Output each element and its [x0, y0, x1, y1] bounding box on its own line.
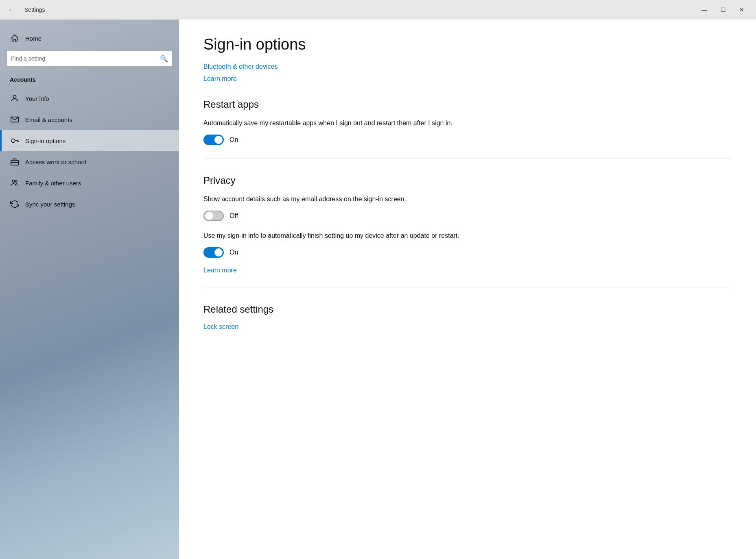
sidebar-item-home[interactable]: Home — [0, 28, 179, 49]
email-icon — [10, 115, 20, 124]
sidebar-item-sync-settings[interactable]: Sync your settings — [0, 194, 179, 215]
privacy-title: Privacy — [203, 175, 732, 186]
sidebar-item-your-info[interactable]: Your info — [0, 88, 179, 109]
svg-point-0 — [13, 96, 16, 98]
restart-apps-toggle-row: On — [203, 135, 732, 145]
sidebar-item-home-label: Home — [25, 35, 42, 42]
svg-point-9 — [13, 180, 15, 183]
svg-point-10 — [15, 181, 17, 183]
privacy-desc-1: Show account details such as my email ad… — [203, 194, 488, 204]
title-bar-controls: ← Settings — [5, 3, 45, 16]
home-icon — [10, 33, 20, 43]
divider-1 — [203, 158, 732, 159]
back-button[interactable]: ← — [5, 3, 18, 16]
svg-point-3 — [11, 139, 15, 142]
app-body: Home 🔍 Accounts Your info — [0, 20, 756, 559]
restart-apps-section: Restart apps Automatically save my resta… — [203, 99, 732, 145]
restart-apps-toggle-label: On — [229, 136, 238, 144]
accounts-label: Accounts — [0, 75, 179, 88]
learn-more-top-link[interactable]: Learn more — [203, 75, 237, 83]
window-controls: — ☐ ✕ — [695, 0, 751, 20]
privacy-toggle1-row: Off — [203, 211, 732, 221]
privacy-section: Privacy Show account details such as my … — [203, 175, 732, 274]
privacy-toggle-1-label: Off — [229, 212, 238, 220]
restart-apps-toggle-knob — [214, 136, 223, 144]
sidebar: Home 🔍 Accounts Your info — [0, 20, 179, 559]
minimize-button[interactable]: — — [695, 0, 714, 20]
privacy-toggle-2[interactable] — [203, 247, 224, 258]
person-icon — [10, 94, 20, 103]
sidebar-item-family-other-users[interactable]: Family & other users — [0, 172, 179, 194]
restart-apps-toggle[interactable] — [203, 135, 224, 145]
sidebar-item-sync-settings-label: Sync your settings — [25, 201, 75, 208]
divider-2 — [203, 287, 732, 287]
sidebar-item-email-accounts[interactable]: Email & accounts — [0, 109, 179, 130]
content-area: Sign-in options Bluetooth & other device… — [179, 20, 756, 559]
lock-screen-link[interactable]: Lock screen — [203, 323, 238, 331]
key-icon — [10, 136, 20, 146]
privacy-toggle-1-knob — [205, 212, 213, 220]
sidebar-item-sign-in-options[interactable]: Sign-in options — [0, 130, 179, 151]
close-button[interactable]: ✕ — [732, 0, 751, 20]
sidebar-item-sign-in-options-label: Sign-in options — [25, 137, 66, 144]
related-settings-section: Related settings Lock screen — [203, 304, 732, 334]
maximize-button[interactable]: ☐ — [714, 0, 732, 20]
sync-icon — [10, 199, 20, 209]
bluetooth-devices-link[interactable]: Bluetooth & other devices — [203, 63, 277, 70]
privacy-toggle-2-knob — [214, 248, 223, 257]
sidebar-item-your-info-label: Your info — [25, 95, 49, 102]
title-bar: ← Settings — ☐ ✕ — [0, 0, 756, 20]
sidebar-item-access-work-school-label: Access work or school — [25, 159, 86, 165]
family-icon — [10, 178, 20, 188]
restart-apps-title: Restart apps — [203, 99, 732, 110]
briefcase-icon — [10, 157, 20, 167]
search-box[interactable]: 🔍 — [7, 50, 173, 67]
page-title: Sign-in options — [203, 36, 732, 53]
sidebar-item-access-work-school[interactable]: Access work or school — [0, 151, 179, 172]
search-icon: 🔍 — [160, 55, 168, 63]
privacy-desc-2: Use my sign-in info to automatically fin… — [203, 231, 488, 241]
privacy-toggle-1[interactable] — [203, 211, 224, 221]
sidebar-item-family-other-users-label: Family & other users — [25, 180, 81, 187]
privacy-toggle-2-label: On — [229, 249, 238, 256]
related-settings-title: Related settings — [203, 304, 732, 315]
sidebar-item-email-accounts-label: Email & accounts — [25, 116, 72, 123]
privacy-toggle2-row: On — [203, 247, 732, 258]
search-input[interactable] — [11, 55, 160, 62]
title-bar-title: Settings — [24, 7, 45, 13]
privacy-learn-more-link[interactable]: Learn more — [203, 267, 237, 274]
restart-apps-description: Automatically save my restartable apps w… — [203, 118, 488, 128]
